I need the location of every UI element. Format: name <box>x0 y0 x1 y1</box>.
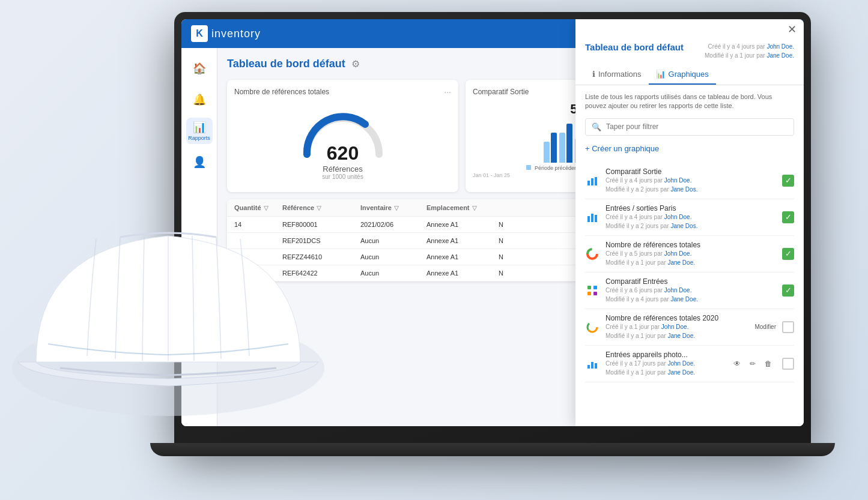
tab-informations[interactable]: ℹ Informations <box>585 65 649 85</box>
page-title: Tableau de bord défaut <box>227 58 345 70</box>
widget-title-comparatif: Comparatif Sortie <box>473 88 529 96</box>
widget-title-refs: Nombre de références totales <box>234 88 329 96</box>
main-layout: 🏠 🔔 📊 Rapports 👤 <box>181 48 804 426</box>
graph-name: Entrées appareils photo... <box>605 351 730 359</box>
graph-icon-donut <box>585 247 599 261</box>
svg-rect-17 <box>591 362 593 369</box>
panel-header: Tableau de bord défaut Créé il y a 4 jou… <box>575 48 804 60</box>
svg-rect-10 <box>593 286 597 289</box>
graph-item-right: ✓ <box>782 285 794 297</box>
filter-icon-ref[interactable]: ▽ <box>317 205 321 211</box>
graph-name: Comparatif Entrées <box>605 277 782 286</box>
panel-body: Liste de tous les rapports utilisés dans… <box>575 85 804 426</box>
scene: K inventory 🏠 🔔 <box>0 0 868 500</box>
filter-icon-inv[interactable]: ▽ <box>394 205 399 211</box>
filter-icon-loc[interactable]: ▽ <box>472 205 477 211</box>
graph-icon-bar <box>585 173 599 188</box>
svg-rect-11 <box>587 292 591 295</box>
panel-description: Liste de tous les rapports utilisés dans… <box>585 92 794 111</box>
edit-icon[interactable]: ✏ <box>746 357 759 370</box>
td-loc: Annexe A1 <box>426 237 499 244</box>
legend-dot-prev <box>526 165 531 170</box>
search-input[interactable] <box>606 122 788 131</box>
th-loc: Emplacement ▽ <box>426 204 499 211</box>
graph-item-entrees-photo: Entrées appareils photo... Créé il y a 1… <box>585 346 794 382</box>
sidebar: 🏠 🔔 📊 Rapports 👤 <box>181 48 217 426</box>
inventory-icon: 🔔 <box>193 93 206 106</box>
panel-search-box[interactable]: 🔍 <box>585 118 794 136</box>
create-graph-button[interactable]: + Créer un graphique <box>585 142 659 155</box>
home-icon: 🏠 <box>193 62 206 75</box>
graph-info: Comparatif Entrées Créé il y a 6 jours p… <box>605 277 782 304</box>
gauge-number: 620 <box>322 142 363 164</box>
bar <box>544 142 550 163</box>
td-ref: REFZZ44610 <box>282 253 360 261</box>
td-ref: REF642422 <box>282 270 360 277</box>
sidebar-item-reports[interactable]: 📊 Rapports <box>186 118 213 144</box>
delete-icon[interactable]: 🗑 <box>762 357 775 370</box>
app-screen: K inventory 🏠 🔔 <box>181 19 804 426</box>
laptop-screen: K inventory 🏠 🔔 <box>181 19 804 426</box>
graph-item-left: Nombre de références totales 2020 Créé i… <box>585 314 754 340</box>
svg-rect-9 <box>587 286 591 289</box>
panel-tabs: ℹ Informations 📊 Graphiques <box>575 65 804 85</box>
checkbox-unchecked[interactable] <box>782 321 794 333</box>
graph-item-left: Comparatif Sortie Créé il y a 4 jours pa… <box>585 167 782 194</box>
svg-rect-16 <box>587 365 590 369</box>
graph-icon-multi <box>585 320 599 334</box>
sidebar-label-reports: Rapports <box>188 135 210 141</box>
graph-item-right: 👁 ✏ 🗑 <box>730 357 794 370</box>
widget-total-refs: Nombre de références totales ··· <box>227 80 458 192</box>
checkbox-checked[interactable]: ✓ <box>782 248 794 260</box>
graph-item-left: Entrées / sorties Paris Créé il y a 4 jo… <box>585 204 782 230</box>
laptop-base <box>150 443 835 456</box>
sidebar-item-users[interactable]: 👤 <box>186 149 213 175</box>
td-ref: REF201DCS <box>282 237 360 244</box>
th-qty: Quantité ▽ <box>234 204 282 211</box>
th-ref: Référence ▽ <box>282 204 360 211</box>
filter-icon-qty[interactable]: ▽ <box>264 205 269 211</box>
checkbox-unchecked[interactable] <box>782 358 794 370</box>
widget-header-refs: Nombre de références totales ··· <box>234 87 451 97</box>
sidebar-item-inventory[interactable]: 🔔 <box>186 86 213 113</box>
graph-info: Comparatif Sortie Créé il y a 4 jours pa… <box>605 167 782 194</box>
graph-name: Comparatif Sortie <box>605 167 782 176</box>
graph-name: Entrées / sorties Paris <box>605 204 782 212</box>
tab-graphiques[interactable]: 📊 Graphiques <box>649 65 716 85</box>
svg-rect-2 <box>595 177 597 185</box>
gauge-sub: sur 1000 unités <box>322 173 363 180</box>
svg-point-8 <box>590 252 595 256</box>
sidebar-item-home[interactable]: 🏠 <box>186 55 213 82</box>
svg-rect-18 <box>595 363 597 369</box>
graph-info: Entrées / sorties Paris Créé il y a 4 jo… <box>605 204 782 230</box>
graph-item-comparatif-sortie: Comparatif Sortie Créé il y a 4 jours pa… <box>585 163 794 199</box>
search-icon: 🔍 <box>592 122 601 131</box>
bar <box>559 133 565 163</box>
graph-info: Nombre de références totales 2020 Créé i… <box>605 314 754 340</box>
graph-item-comparatif-entrees: Comparatif Entrées Créé il y a 6 jours p… <box>585 273 794 309</box>
graph-name: Nombre de références totales 2020 <box>605 314 754 322</box>
logo-text: inventory <box>211 28 261 40</box>
view-icon[interactable]: 👁 <box>730 357 744 370</box>
graph-meta: Créé il y a 17 jours par John Doe. Modif… <box>605 359 730 377</box>
th-inv: Inventaire ▽ <box>360 204 426 211</box>
reports-icon: 📊 <box>193 121 206 134</box>
settings-icon[interactable]: ⚙ <box>351 58 360 70</box>
legend-prev: Période précédente <box>526 165 581 171</box>
gauge-container: 620 Références sur 1000 unités <box>234 101 451 185</box>
checkbox-checked[interactable]: ✓ <box>782 211 794 223</box>
bar-group-2 <box>559 124 572 163</box>
checkbox-checked[interactable]: ✓ <box>782 175 794 187</box>
graph-item-left: Entrées appareils photo... Créé il y a 1… <box>585 351 730 377</box>
graph-icon-bar2 <box>585 210 599 224</box>
widget-menu-refs[interactable]: ··· <box>444 87 451 97</box>
chart-icon: 📊 <box>656 70 666 79</box>
td-loc: Annexe A1 <box>426 270 499 277</box>
checkbox-checked[interactable]: ✓ <box>782 285 794 297</box>
td-loc: Annexe A1 <box>426 253 499 261</box>
svg-rect-3 <box>587 216 590 222</box>
graph-item-entrees-paris: Entrées / sorties Paris Créé il y a 4 jo… <box>585 199 794 236</box>
panel-creator: John Doe. <box>766 48 794 50</box>
svg-rect-5 <box>595 215 597 222</box>
graph-meta: Créé il y a 4 jours par John Doe. Modifi… <box>605 176 782 194</box>
